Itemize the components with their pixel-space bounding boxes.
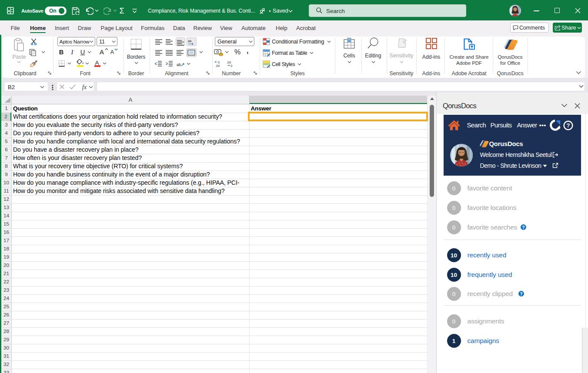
svg-text:ab: ab — [188, 39, 191, 43]
svg-text:ab: ab — [177, 63, 181, 67]
svg-text:.00: .00 — [215, 64, 220, 67]
svg-text:?: ? — [566, 122, 570, 129]
svg-text:0: 0 — [231, 64, 232, 67]
svg-text:x: x — [8, 9, 10, 13]
